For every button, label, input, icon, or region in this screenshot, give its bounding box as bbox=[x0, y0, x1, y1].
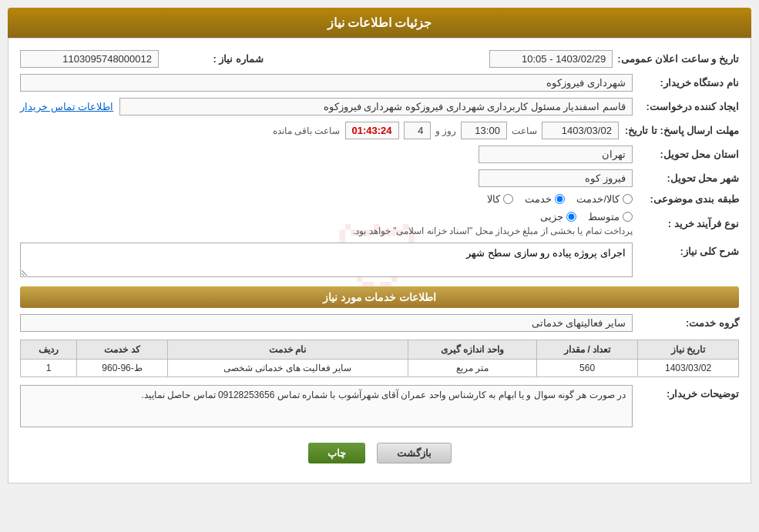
category-kala-khadamat-radio[interactable] bbox=[623, 194, 633, 204]
cell-unit: متر مربع bbox=[408, 360, 537, 377]
process-mootasat-item[interactable]: متوسط bbox=[588, 211, 633, 223]
need-number-label: شماره نیاز : bbox=[163, 53, 264, 65]
creator-value: قاسم اسفندیار مسئول کاربرداری شهرداری فی… bbox=[119, 98, 633, 115]
province-label: استان محل تحویل: bbox=[639, 149, 739, 160]
services-table: تاریخ نیاز تعداد / مقدار واحد اندازه گیر… bbox=[20, 340, 739, 377]
category-khadamat-label: خدمت bbox=[525, 193, 552, 205]
deadline-time-label: ساعت bbox=[512, 125, 537, 136]
category-radio-group: کالا/خدمت خدمت کالا bbox=[487, 193, 633, 205]
city-label: شهر محل تحویل: bbox=[639, 172, 739, 184]
services-section-title: اطلاعات خدمات مورد نیاز bbox=[20, 286, 739, 308]
process-label: نوع فرآیند خرید : bbox=[639, 218, 739, 229]
public-date-value: 1403/02/29 - 10:05 bbox=[489, 50, 613, 68]
services-table-container: تاریخ نیاز تعداد / مقدار واحد اندازه گیر… bbox=[20, 340, 739, 377]
process-jozi-radio[interactable] bbox=[566, 212, 576, 222]
deadline-label: مهلت ارسال پاسخ: تا تاریخ: bbox=[625, 125, 739, 136]
buyer-org-value: شهرداری فیروزکوه bbox=[20, 74, 633, 92]
province-value: تهران bbox=[479, 146, 633, 163]
col-name-header: نام خدمت bbox=[168, 340, 408, 360]
col-row-header: ردیف bbox=[21, 340, 77, 360]
buyer-desc-value: در صورت هر گونه سوال و یا ابهام به کارشن… bbox=[20, 385, 633, 427]
deadline-time: 13:00 bbox=[461, 122, 507, 139]
buttons-row: بازگشت چاپ bbox=[20, 443, 739, 471]
category-kala-label: کالا bbox=[487, 193, 500, 205]
deadline-remaining: 01:43:24 bbox=[345, 122, 399, 139]
process-jozi-item[interactable]: جزیی bbox=[540, 211, 576, 223]
deadline-date: 1403/03/02 bbox=[542, 122, 619, 139]
buyer-desc-label: توضیحات خریدار: bbox=[639, 385, 739, 400]
deadline-day-label: روز و bbox=[435, 125, 456, 136]
table-row: 1403/03/02 560 متر مربع سایر فعالیت های … bbox=[21, 360, 739, 377]
deadline-remaining-label: ساعت باقی مانده bbox=[273, 125, 341, 136]
page-title: جزئیات اطلاعات نیاز bbox=[8, 8, 751, 38]
print-button[interactable]: چاپ bbox=[308, 443, 365, 463]
cell-name: سایر فعالیت های خدماتی شخصی bbox=[168, 360, 408, 377]
cell-count: 560 bbox=[537, 360, 638, 377]
col-count-header: تعداد / مقدار bbox=[537, 340, 638, 360]
category-label: طبقه بندی موضوعی: bbox=[639, 193, 739, 205]
city-value: فیروز کوه bbox=[479, 169, 633, 187]
general-desc-textarea[interactable] bbox=[20, 243, 633, 277]
need-number-value: 1103095748000012 bbox=[20, 50, 159, 68]
cell-code: ط-96-960 bbox=[77, 360, 168, 377]
category-khadamat-item[interactable]: خدمت bbox=[525, 193, 565, 205]
category-kala-khadamat-label: کالا/خدمت bbox=[576, 193, 620, 205]
col-unit-header: واحد اندازه گیری bbox=[408, 340, 537, 360]
process-jozi-label: جزیی bbox=[540, 211, 563, 223]
process-mootasat-radio[interactable] bbox=[623, 212, 633, 222]
buyer-contact-link[interactable]: اطلاعات تماس خریدار bbox=[20, 101, 113, 112]
service-group-label: گروه خدمت: bbox=[639, 317, 739, 329]
category-kala-radio[interactable] bbox=[503, 194, 513, 204]
process-note: پرداخت تمام یا بخشی از مبلغ خریداز محل "… bbox=[353, 226, 633, 236]
public-date-label: تاریخ و ساعت اعلان عمومی: bbox=[617, 53, 739, 65]
col-date-header: تاریخ نیاز bbox=[638, 340, 739, 360]
process-mootasat-label: متوسط bbox=[588, 211, 620, 223]
category-kala-khadamat-item[interactable]: کالا/خدمت bbox=[576, 193, 633, 205]
service-group-value: سایر فعالیتهای خدماتی bbox=[20, 314, 633, 332]
deadline-days: 4 bbox=[404, 122, 431, 139]
cell-row: 1 bbox=[21, 360, 77, 377]
col-code-header: کد خدمت bbox=[77, 340, 168, 360]
creator-label: ایجاد کننده درخواست: bbox=[639, 101, 739, 112]
category-kala-item[interactable]: کالا bbox=[487, 193, 513, 205]
general-desc-label: شرح کلی نیاز: bbox=[639, 243, 739, 257]
cell-date: 1403/03/02 bbox=[638, 360, 739, 377]
back-button[interactable]: بازگشت bbox=[377, 443, 452, 463]
category-khadamat-radio[interactable] bbox=[555, 194, 565, 204]
buyer-org-label: نام دستگاه خریدار: bbox=[639, 77, 739, 89]
